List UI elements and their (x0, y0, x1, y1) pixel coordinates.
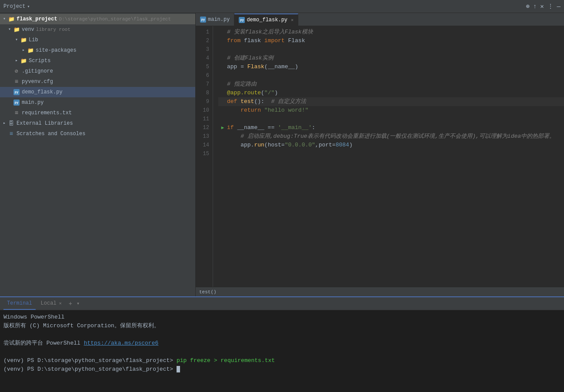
chevron-site_packages (21, 48, 26, 53)
tab-python-icon-main_py: py (200, 17, 206, 23)
tab-python-icon-demo_flask_py: py (239, 17, 245, 23)
code-span-2: from flask import Flask (227, 37, 305, 45)
title-bar-controls: ⊕ ↑ ✕ ⋮ — (526, 3, 561, 10)
tree-item-main[interactable]: pymain.py (0, 97, 195, 108)
minimize-icon[interactable]: — (557, 3, 561, 10)
sidebar: 📁flask_projectD:\storage\python_storage\… (0, 13, 196, 296)
line-num-3: 3 (196, 45, 209, 54)
code-span-9: def test(): # 自定义方法 (227, 97, 306, 106)
code-line-10: return "hello word!" (218, 106, 564, 115)
file-icon-requirements: ≡ (13, 110, 20, 116)
code-line-13: # 启动应用,debug:True表示有代码改动会重新进行加载(一般仅在测试环境… (218, 132, 564, 141)
code-line-6 (218, 71, 564, 80)
terminal-link[interactable]: https://aka.ms/pscore6 (84, 340, 159, 346)
tree-item-demo_flask[interactable]: pydemo_flask.py (0, 87, 195, 97)
file-icon-venv: 📁 (13, 26, 20, 33)
file-icon-scratches: ≡ (8, 130, 15, 137)
close-icon[interactable]: ✕ (540, 3, 544, 10)
line-numbers: 123456789101112131415 (196, 26, 213, 287)
project-label[interactable]: Project (3, 3, 25, 10)
tree-suffix-venv: library root (36, 27, 70, 32)
terminal-line: (venv) PS D:\storage\python_storage\flas… (3, 356, 561, 365)
tree-item-venv[interactable]: 📁venv library root (0, 24, 195, 35)
terminal-tab-label: Terminal (7, 300, 32, 306)
terminal-tab[interactable]: Terminal (3, 298, 36, 310)
editor-area: pymain.pypydemo_flask.py✕ 12345678910111… (196, 13, 564, 296)
file-icon-flask_project: 📁 (8, 16, 15, 23)
tree-label-requirements: requirements.txt (22, 110, 72, 116)
tree-item-requirements[interactable]: ≡requirements.txt (0, 108, 195, 118)
line-num-14: 14 (196, 141, 209, 149)
local-tab-close[interactable]: ✕ (59, 301, 62, 306)
tree-item-flask_project[interactable]: 📁flask_projectD:\storage\python_storage\… (0, 14, 195, 24)
tree-item-pyvenv[interactable]: ≡pyvenv.cfg (0, 76, 195, 87)
tab-demo_flask_py[interactable]: pydemo_flask.py✕ (234, 13, 298, 26)
main-layout: 📁flask_projectD:\storage\python_storage\… (0, 13, 564, 296)
line-num-10: 10 (196, 106, 209, 115)
tree-item-gitignore[interactable]: ⊘.gitignore (0, 66, 195, 76)
tree-label-pyvenv: pyvenv.cfg (22, 79, 53, 85)
code-editor: 123456789101112131415 # 安装flask之后导入Flask… (196, 26, 564, 287)
code-line-14: app.run(host="0.0.0.0",port=8084) (218, 141, 564, 149)
code-span-4: # 创建Flask实例 (227, 54, 274, 63)
line-num-2: 2 (196, 37, 209, 45)
tree-item-lib[interactable]: 📁Lib (0, 35, 195, 45)
local-tab[interactable]: Local ✕ (37, 298, 65, 310)
code-span-12: if __name__ == '__main__': (227, 123, 315, 132)
tree-label-main: main.py (22, 100, 43, 106)
chevron-flask_project (2, 17, 7, 22)
terminal-line (3, 348, 561, 356)
tree-item-scratches[interactable]: ≡Scratches and Consoles (0, 129, 195, 139)
code-content[interactable]: # 安装flask之后导入Flask模块from flask import Fl… (213, 26, 564, 287)
code-span-6 (227, 71, 230, 80)
file-icon-external_lib: 🗄 (8, 120, 15, 127)
more-icon[interactable]: ⋮ (547, 3, 554, 10)
tree-label-demo_flask: demo_flask.py (22, 89, 63, 95)
tree-label-scripts: Scripts (29, 58, 50, 64)
line-num-11: 11 (196, 115, 209, 123)
tree-label-site_packages: site-packages (36, 47, 77, 53)
code-line-2: from flask import Flask (218, 37, 564, 45)
code-span-13: # 启动应用,debug:True表示有代码改动会重新进行加载(一般仅在测试环境… (227, 132, 555, 141)
code-span-14: app.run(host="0.0.0.0",port=8084) (227, 141, 353, 149)
chevron-venv (7, 27, 12, 32)
tree-label-external_lib: External Libraries (17, 120, 73, 126)
tree-path-flask_project: D:\storage\python_storage\flask_project (59, 17, 171, 22)
line-num-5: 5 (196, 63, 209, 71)
terminal-chevron-down[interactable]: ▾ (76, 300, 80, 307)
tab-main_py[interactable]: pymain.py (196, 13, 234, 26)
tree-item-external_lib[interactable]: 🗄External Libraries (0, 118, 195, 129)
tree-item-site_packages[interactable]: 📁site-packages (0, 45, 195, 56)
file-icon-pyvenv: ≡ (13, 78, 20, 85)
file-icon-site_packages: 📁 (27, 47, 34, 54)
add-terminal-button[interactable]: + (67, 300, 74, 307)
tree-label-flask_project: flask_project (17, 16, 57, 22)
add-icon[interactable]: ⊕ (526, 3, 529, 10)
tab-close-demo_flask_py[interactable]: ✕ (291, 17, 294, 23)
line-num-8: 8 (196, 89, 209, 97)
terminal-line (3, 330, 561, 339)
terminal-cursor (177, 366, 180, 372)
file-icon-gitignore: ⊘ (13, 68, 20, 75)
terminal-content[interactable]: Windows PowerShell版权所有 (C) Microsoft Cor… (0, 310, 564, 392)
tree-item-scripts[interactable]: 📁Scripts (0, 56, 195, 66)
code-line-1: # 安装flask之后导入Flask模块 (218, 28, 564, 37)
up-icon[interactable]: ↑ (533, 3, 537, 10)
code-line-4: # 创建Flask实例 (218, 54, 564, 63)
bottom-panel: Terminal Local ✕ + ▾ Windows PowerShell版… (0, 296, 564, 392)
line-num-6: 6 (196, 71, 209, 80)
code-line-15 (218, 149, 564, 158)
code-line-3 (218, 45, 564, 54)
tree-label-gitignore: .gitignore (22, 68, 53, 74)
project-tree: 📁flask_projectD:\storage\python_storage\… (0, 13, 195, 296)
code-line-9: def test(): # 自定义方法 (218, 97, 564, 106)
file-icon-scripts: 📁 (20, 57, 27, 64)
run-gutter-12[interactable]: ▶ (218, 123, 227, 132)
file-icon-main: py (13, 99, 20, 106)
title-bar: Project ▾ ⊕ ↑ ✕ ⋮ — (0, 0, 564, 13)
file-icon-lib: 📁 (20, 37, 27, 43)
code-line-8: @app.route("/") (218, 89, 564, 97)
tree-label-venv: venv (22, 27, 34, 33)
terminal-line: (venv) PS D:\storage\python_storage\flas… (3, 365, 561, 374)
line-num-4: 4 (196, 54, 209, 63)
